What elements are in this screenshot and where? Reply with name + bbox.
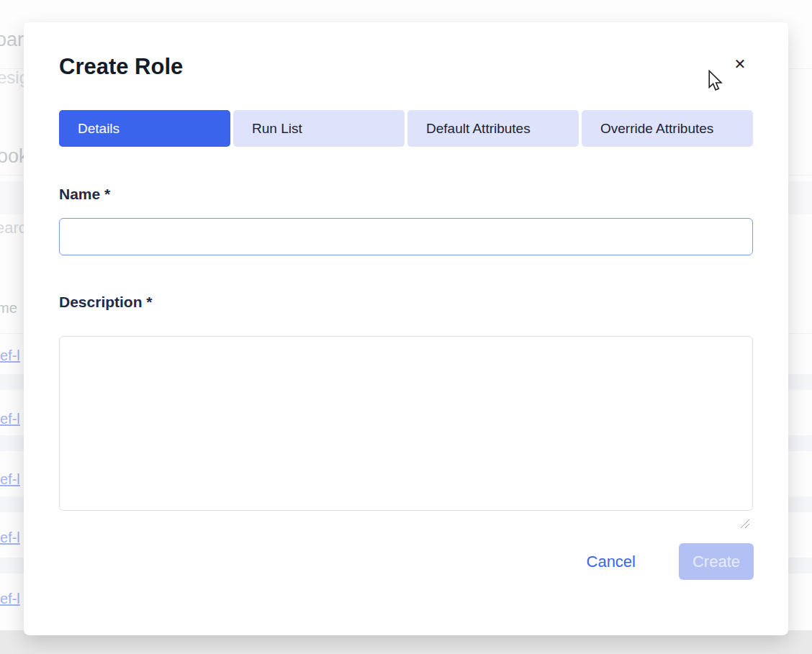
- tab-bar: Details Run List Default Attributes Over…: [59, 110, 753, 147]
- textarea-resize-handle[interactable]: [740, 519, 750, 529]
- modal-actions: Cancel Create: [587, 543, 754, 580]
- close-icon: ✕: [734, 55, 746, 73]
- cancel-button[interactable]: Cancel: [587, 553, 636, 571]
- name-input[interactable]: [59, 218, 753, 255]
- tab-override-attributes[interactable]: Override Attributes: [582, 110, 753, 147]
- description-label: Description *: [59, 291, 153, 313]
- name-label: Name *: [59, 183, 110, 205]
- description-textarea[interactable]: [59, 336, 753, 511]
- close-button[interactable]: ✕: [729, 53, 751, 75]
- tab-run-list[interactable]: Run List: [233, 110, 405, 147]
- tab-default-attributes[interactable]: Default Attributes: [407, 110, 579, 147]
- create-button[interactable]: Create: [679, 543, 754, 580]
- tab-details[interactable]: Details: [59, 110, 230, 147]
- create-role-modal: Create Role ✕ Details Run List Default A…: [24, 22, 788, 635]
- modal-title: Create Role: [59, 54, 183, 80]
